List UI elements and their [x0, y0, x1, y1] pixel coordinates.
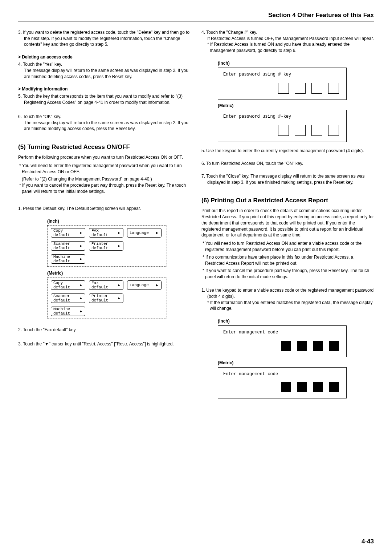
scanner-default-button[interactable]: Scanner default▶: [51, 293, 85, 303]
step-6-sub: The message display will return to the s…: [18, 120, 191, 132]
section-5-title: (5) Turning Restricted Access ON/OFF: [18, 143, 191, 151]
scanner-default-button[interactable]: Scanner default▶: [51, 241, 85, 251]
s5-step-2: 2. Touch the "Fax default" key.: [18, 327, 191, 333]
arrow-icon: ▶: [80, 257, 82, 261]
password-panel-inch: Enter password using # key: [218, 68, 347, 100]
password-digit-box[interactable]: [278, 125, 289, 136]
arrow-icon: ▶: [118, 244, 120, 248]
mgmt-digit-filled: [281, 382, 291, 392]
default-screen-inch: Copy default▶ FAX default▶ Language▶ Sca…: [47, 225, 167, 267]
section-5-note-b: * If you want to cancel the procedure pa…: [18, 182, 191, 195]
arrow-icon: ▶: [118, 231, 120, 235]
step-4: 4. Touch the "Yes" key.: [18, 61, 191, 68]
left-column: 3. If you want to delete the registered …: [18, 29, 191, 399]
mgmt-digit-filled: [281, 341, 291, 351]
mgmt-digit-filled: [297, 382, 307, 392]
password-prompt-inch: Enter password using # key: [223, 72, 341, 78]
r-step-6: 6. To turn Restricted Access ON, touch t…: [201, 161, 374, 167]
section-6-note-b: * If no communications have taken place …: [201, 254, 374, 267]
panel-metric-label: (Metric): [47, 270, 191, 276]
language-button[interactable]: Language▶: [127, 228, 162, 238]
copy-default-button[interactable]: Copy default▶: [51, 228, 85, 238]
printer-default-button[interactable]: Printer default▶: [89, 293, 123, 303]
section-5-note-a: * You will need to enter the registered …: [18, 163, 191, 175]
password-digit-box[interactable]: [328, 83, 339, 94]
machine-default-button[interactable]: Machine default▶: [51, 307, 85, 316]
mgmt-panel-metric: Enter management code: [218, 367, 347, 399]
page-number: 4-43: [362, 537, 374, 546]
modify-heading: > Modifying information: [18, 86, 191, 92]
password-panel-metric: Enter password using #-key: [218, 110, 347, 142]
step-6: 6. Touch the "OK" key.: [18, 114, 191, 120]
printer-default-button[interactable]: Printer default▶: [89, 241, 123, 251]
password-digit-box[interactable]: [295, 83, 306, 94]
fax-default-button[interactable]: FAX default▶: [89, 228, 123, 238]
step-5: 5. Touch the key that corresponds to the…: [18, 93, 191, 106]
section-header: Section 4 Other Features of this Fax: [18, 11, 374, 21]
arrow-icon: ▶: [118, 296, 120, 300]
section-6-title: (6) Printing Out a Restricted Access Rep…: [201, 196, 374, 205]
fax-default-button[interactable]: Fax default▶: [89, 280, 123, 290]
language-button[interactable]: Language▶: [127, 280, 162, 290]
arrow-icon: ▶: [80, 231, 82, 235]
mgmt-metric-label: (Metric): [218, 360, 374, 366]
mgmt-inch-label: (Inch): [218, 318, 374, 324]
mgmt-digit-filled: [329, 382, 339, 392]
copy-default-button[interactable]: Copy default▶: [51, 280, 85, 290]
machine-default-button[interactable]: Machine default▶: [51, 254, 85, 264]
panel-r-metric-label: (Metric): [218, 103, 374, 109]
mgmt-prompt-metric: Enter management code: [223, 371, 341, 377]
s5-step-1: 1. Press the Default key. The Default Se…: [18, 206, 191, 212]
arrow-icon: ▶: [156, 231, 158, 235]
mgmt-panel-inch: Enter management code: [218, 325, 347, 357]
section-5-intro: Perform the following procedure when you…: [18, 154, 191, 161]
arrow-icon: ▶: [156, 283, 158, 287]
step-3: 3. If you want to delete the registered …: [18, 29, 191, 48]
mgmt-digit-filled: [313, 341, 323, 351]
mgmt-digit-filled: [313, 382, 323, 392]
s5-step-3: 3. Touch the "▼" cursor key until "Restr…: [18, 341, 191, 347]
mgmt-digit-filled: [329, 341, 339, 351]
section-6-intro: Print out this report in order to check …: [201, 208, 374, 238]
password-digit-box[interactable]: [311, 125, 322, 136]
r-step-7: 7. Touch the "Close" key. The message di…: [201, 173, 374, 186]
arrow-icon: ▶: [80, 244, 82, 248]
password-digit-box[interactable]: [278, 83, 289, 94]
delete-heading: > Deleting an access code: [18, 54, 191, 60]
password-digit-box[interactable]: [295, 125, 306, 136]
s6-step-1: 1. Use the keypad to enter a viable acce…: [201, 287, 374, 300]
r-step-4a: If Restricted Access is turned OFF, the …: [201, 36, 374, 42]
arrow-icon: ▶: [80, 283, 82, 287]
mgmt-digit-filled: [297, 341, 307, 351]
arrow-icon: ▶: [118, 283, 120, 287]
panel-inch-label: (Inch): [47, 218, 191, 224]
default-screen-metric: Copy default▶ Fax default▶ Language▶ Sca…: [47, 278, 167, 319]
section-5-note-a-sub: (Refer to "(2) Changing the Management P…: [18, 176, 191, 182]
password-digit-box[interactable]: [328, 125, 339, 136]
section-6-note-c: * If you want to cancel the procedure pa…: [201, 268, 374, 280]
r-step-5: 5. Use the keypad to enter the currently…: [201, 148, 374, 154]
s6-step-1-sub: * If the information that you entered ma…: [201, 300, 374, 312]
mgmt-prompt-inch: Enter management code: [223, 329, 341, 336]
r-step-4: 4. Touch the "Change #" key.: [201, 29, 374, 36]
r-step-4b: * If Restricted Access is turned ON and …: [201, 41, 374, 54]
arrow-icon: ▶: [80, 296, 82, 300]
step-4-sub: The message display will return to the s…: [18, 68, 191, 80]
password-prompt-metric: Enter password using #-key: [223, 114, 341, 120]
right-column: 4. Touch the "Change #" key. If Restrict…: [201, 29, 374, 399]
section-6-note-a: * You will need to turn Restricted Acces…: [201, 240, 374, 253]
password-digit-box[interactable]: [311, 83, 322, 94]
arrow-icon: ▶: [80, 309, 82, 313]
panel-r-inch-label: (Inch): [218, 60, 374, 66]
